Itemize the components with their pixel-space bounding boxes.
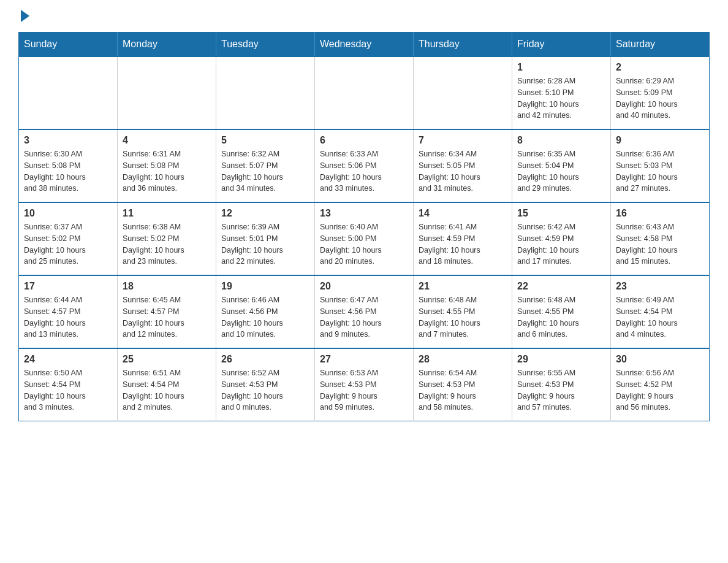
day-info: Sunrise: 6:46 AM Sunset: 4:56 PM Dayligh… xyxy=(221,294,309,340)
day-number: 3 xyxy=(24,135,112,146)
day-number: 10 xyxy=(24,208,112,219)
day-info: Sunrise: 6:45 AM Sunset: 4:57 PM Dayligh… xyxy=(123,294,211,340)
day-info: Sunrise: 6:32 AM Sunset: 5:07 PM Dayligh… xyxy=(221,148,309,194)
day-number: 18 xyxy=(123,281,211,292)
calendar-cell: 1Sunrise: 6:28 AM Sunset: 5:10 PM Daylig… xyxy=(512,56,611,129)
calendar-cell: 21Sunrise: 6:48 AM Sunset: 4:55 PM Dayli… xyxy=(414,275,512,348)
day-info: Sunrise: 6:42 AM Sunset: 4:59 PM Dayligh… xyxy=(517,221,605,267)
calendar-cell: 2Sunrise: 6:29 AM Sunset: 5:09 PM Daylig… xyxy=(611,56,710,129)
calendar-cell: 17Sunrise: 6:44 AM Sunset: 4:57 PM Dayli… xyxy=(19,275,118,348)
day-info: Sunrise: 6:35 AM Sunset: 5:04 PM Dayligh… xyxy=(517,148,605,194)
calendar-cell: 10Sunrise: 6:37 AM Sunset: 5:02 PM Dayli… xyxy=(19,202,118,275)
day-number: 23 xyxy=(616,281,704,292)
day-info: Sunrise: 6:51 AM Sunset: 4:54 PM Dayligh… xyxy=(123,367,211,413)
calendar-cell xyxy=(315,56,414,129)
day-info: Sunrise: 6:52 AM Sunset: 4:53 PM Dayligh… xyxy=(221,367,309,413)
logo-triangle-icon xyxy=(21,10,29,22)
day-number: 19 xyxy=(221,281,309,292)
day-number: 6 xyxy=(320,135,408,146)
calendar-cell: 27Sunrise: 6:53 AM Sunset: 4:53 PM Dayli… xyxy=(315,348,414,421)
calendar-cell: 6Sunrise: 6:33 AM Sunset: 5:06 PM Daylig… xyxy=(315,129,414,202)
calendar-header-sunday: Sunday xyxy=(19,33,118,57)
calendar-cell: 26Sunrise: 6:52 AM Sunset: 4:53 PM Dayli… xyxy=(216,348,315,421)
calendar-header-saturday: Saturday xyxy=(611,33,710,57)
day-number: 20 xyxy=(320,281,408,292)
calendar-cell: 28Sunrise: 6:54 AM Sunset: 4:53 PM Dayli… xyxy=(414,348,512,421)
calendar-cell: 15Sunrise: 6:42 AM Sunset: 4:59 PM Dayli… xyxy=(512,202,611,275)
day-number: 1 xyxy=(517,62,605,73)
day-info: Sunrise: 6:39 AM Sunset: 5:01 PM Dayligh… xyxy=(221,221,309,267)
day-info: Sunrise: 6:48 AM Sunset: 4:55 PM Dayligh… xyxy=(419,294,507,340)
calendar-header-tuesday: Tuesday xyxy=(216,33,315,57)
calendar-cell: 30Sunrise: 6:56 AM Sunset: 4:52 PM Dayli… xyxy=(611,348,710,421)
day-number: 14 xyxy=(419,208,507,219)
calendar-cell: 16Sunrise: 6:43 AM Sunset: 4:58 PM Dayli… xyxy=(611,202,710,275)
day-info: Sunrise: 6:56 AM Sunset: 4:52 PM Dayligh… xyxy=(616,367,704,413)
calendar-header-thursday: Thursday xyxy=(414,33,512,57)
calendar-table: SundayMondayTuesdayWednesdayThursdayFrid… xyxy=(18,32,710,421)
calendar-cell: 5Sunrise: 6:32 AM Sunset: 5:07 PM Daylig… xyxy=(216,129,315,202)
day-number: 2 xyxy=(616,62,704,73)
day-info: Sunrise: 6:40 AM Sunset: 5:00 PM Dayligh… xyxy=(320,221,408,267)
calendar-week-row: 1Sunrise: 6:28 AM Sunset: 5:10 PM Daylig… xyxy=(19,56,710,129)
day-info: Sunrise: 6:38 AM Sunset: 5:02 PM Dayligh… xyxy=(123,221,211,267)
day-info: Sunrise: 6:54 AM Sunset: 4:53 PM Dayligh… xyxy=(419,367,507,413)
day-number: 26 xyxy=(221,354,309,365)
calendar-header-wednesday: Wednesday xyxy=(315,33,414,57)
calendar-cell: 13Sunrise: 6:40 AM Sunset: 5:00 PM Dayli… xyxy=(315,202,414,275)
calendar-cell: 19Sunrise: 6:46 AM Sunset: 4:56 PM Dayli… xyxy=(216,275,315,348)
day-info: Sunrise: 6:41 AM Sunset: 4:59 PM Dayligh… xyxy=(419,221,507,267)
day-number: 22 xyxy=(517,281,605,292)
day-number: 24 xyxy=(24,354,112,365)
day-info: Sunrise: 6:47 AM Sunset: 4:56 PM Dayligh… xyxy=(320,294,408,340)
calendar-header-friday: Friday xyxy=(512,33,611,57)
calendar-cell: 4Sunrise: 6:31 AM Sunset: 5:08 PM Daylig… xyxy=(118,129,216,202)
calendar-header-monday: Monday xyxy=(118,33,216,57)
logo xyxy=(18,12,29,20)
calendar-cell: 14Sunrise: 6:41 AM Sunset: 4:59 PM Dayli… xyxy=(414,202,512,275)
day-info: Sunrise: 6:53 AM Sunset: 4:53 PM Dayligh… xyxy=(320,367,408,413)
day-number: 27 xyxy=(320,354,408,365)
day-info: Sunrise: 6:43 AM Sunset: 4:58 PM Dayligh… xyxy=(616,221,704,267)
day-number: 21 xyxy=(419,281,507,292)
day-number: 29 xyxy=(517,354,605,365)
day-number: 13 xyxy=(320,208,408,219)
day-info: Sunrise: 6:28 AM Sunset: 5:10 PM Dayligh… xyxy=(517,75,605,121)
calendar-week-row: 3Sunrise: 6:30 AM Sunset: 5:08 PM Daylig… xyxy=(19,129,710,202)
calendar-cell: 7Sunrise: 6:34 AM Sunset: 5:05 PM Daylig… xyxy=(414,129,512,202)
day-info: Sunrise: 6:50 AM Sunset: 4:54 PM Dayligh… xyxy=(24,367,112,413)
day-number: 16 xyxy=(616,208,704,219)
day-info: Sunrise: 6:49 AM Sunset: 4:54 PM Dayligh… xyxy=(616,294,704,340)
day-info: Sunrise: 6:36 AM Sunset: 5:03 PM Dayligh… xyxy=(616,148,704,194)
day-number: 28 xyxy=(419,354,507,365)
day-number: 12 xyxy=(221,208,309,219)
day-number: 8 xyxy=(517,135,605,146)
calendar-cell: 12Sunrise: 6:39 AM Sunset: 5:01 PM Dayli… xyxy=(216,202,315,275)
day-info: Sunrise: 6:33 AM Sunset: 5:06 PM Dayligh… xyxy=(320,148,408,194)
calendar-cell: 29Sunrise: 6:55 AM Sunset: 4:53 PM Dayli… xyxy=(512,348,611,421)
day-number: 7 xyxy=(419,135,507,146)
calendar-week-row: 24Sunrise: 6:50 AM Sunset: 4:54 PM Dayli… xyxy=(19,348,710,421)
calendar-cell xyxy=(19,56,118,129)
calendar-week-row: 10Sunrise: 6:37 AM Sunset: 5:02 PM Dayli… xyxy=(19,202,710,275)
page-header xyxy=(18,12,710,20)
calendar-cell: 11Sunrise: 6:38 AM Sunset: 5:02 PM Dayli… xyxy=(118,202,216,275)
day-info: Sunrise: 6:37 AM Sunset: 5:02 PM Dayligh… xyxy=(24,221,112,267)
calendar-cell xyxy=(216,56,315,129)
calendar-cell xyxy=(118,56,216,129)
calendar-header-row: SundayMondayTuesdayWednesdayThursdayFrid… xyxy=(19,33,710,57)
calendar-cell: 22Sunrise: 6:48 AM Sunset: 4:55 PM Dayli… xyxy=(512,275,611,348)
day-number: 25 xyxy=(123,354,211,365)
day-info: Sunrise: 6:31 AM Sunset: 5:08 PM Dayligh… xyxy=(123,148,211,194)
calendar-cell: 3Sunrise: 6:30 AM Sunset: 5:08 PM Daylig… xyxy=(19,129,118,202)
calendar-week-row: 17Sunrise: 6:44 AM Sunset: 4:57 PM Dayli… xyxy=(19,275,710,348)
calendar-cell: 23Sunrise: 6:49 AM Sunset: 4:54 PM Dayli… xyxy=(611,275,710,348)
day-info: Sunrise: 6:44 AM Sunset: 4:57 PM Dayligh… xyxy=(24,294,112,340)
day-number: 11 xyxy=(123,208,211,219)
day-number: 15 xyxy=(517,208,605,219)
day-number: 5 xyxy=(221,135,309,146)
day-info: Sunrise: 6:55 AM Sunset: 4:53 PM Dayligh… xyxy=(517,367,605,413)
day-number: 17 xyxy=(24,281,112,292)
calendar-cell: 9Sunrise: 6:36 AM Sunset: 5:03 PM Daylig… xyxy=(611,129,710,202)
day-number: 4 xyxy=(123,135,211,146)
